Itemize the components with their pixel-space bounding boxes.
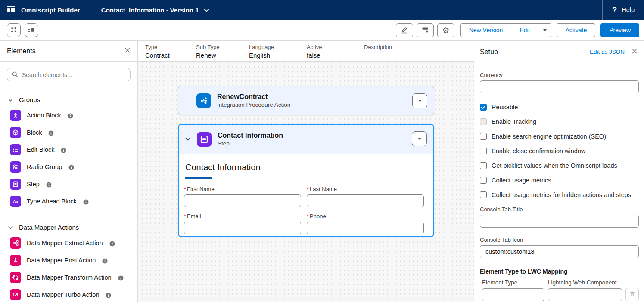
- checkbox-enable-tracking[interactable]: Enable Tracking: [480, 118, 639, 125]
- element-item-action-block[interactable]: Action Block: [7, 107, 131, 124]
- meta-label: Description: [364, 44, 474, 50]
- info-icon[interactable]: [68, 113, 73, 120]
- edit-block-icon: [10, 144, 21, 155]
- console-tab-icon-input[interactable]: [480, 245, 639, 258]
- element-item-data-mapper-post[interactable]: Data Mapper Post Action: [7, 252, 131, 269]
- checkbox-usage-metrics-hidden[interactable]: Collect usage metrics for hidden actions…: [480, 191, 639, 198]
- meta-label: Type: [145, 44, 196, 50]
- checkbox-label: Reusable: [492, 104, 518, 111]
- field-label: Phone: [307, 213, 424, 219]
- info-icon[interactable]: [106, 292, 111, 300]
- card-subtitle: Step: [218, 140, 283, 147]
- card-title: Contact Information: [218, 132, 283, 139]
- console-tab-title-input[interactable]: [480, 215, 639, 228]
- section-groups[interactable]: Groups: [8, 96, 131, 103]
- element-item-label: Data Mapper Transform Action: [27, 274, 112, 281]
- edit-as-json-link[interactable]: Edit as JSON: [590, 49, 625, 55]
- checkbox-reusable[interactable]: Reusable: [480, 104, 639, 111]
- checkbox-close-confirmation[interactable]: Enable close confirmation window: [480, 148, 639, 154]
- canvas-panel: Type Contract Sub Type Renew Language En…: [138, 41, 474, 302]
- step-card-header: Contact Information Step: [179, 125, 433, 154]
- card-title: RenewContract: [217, 93, 290, 101]
- trash-icon: [629, 291, 635, 298]
- meta-value: English: [249, 52, 307, 59]
- last-name-input[interactable]: [307, 194, 424, 207]
- step-card-contact-information[interactable]: Contact Information Step Contact Informa…: [178, 124, 434, 237]
- element-item-block[interactable]: Block: [7, 124, 131, 141]
- element-item-label: Action Block: [27, 112, 61, 119]
- element-item-data-mapper-turbo[interactable]: Data Mapper Turbo Action: [7, 286, 131, 302]
- close-icon[interactable]: [124, 47, 131, 55]
- lwc-input[interactable]: [548, 288, 622, 301]
- meta-label: Language: [249, 44, 307, 50]
- meta-label: Active: [307, 44, 364, 50]
- svg-text:Aa: Aa: [13, 199, 19, 204]
- edit-dropdown-button[interactable]: [538, 23, 551, 37]
- step-preview-body: Contact Information First Name Last Name: [179, 154, 433, 234]
- delete-mapping-button[interactable]: [625, 288, 639, 301]
- elements-sidebar: Elements Groups: [0, 41, 138, 302]
- version-title: Contact_Information - Version 1: [101, 6, 199, 14]
- info-icon[interactable]: [68, 164, 74, 172]
- chevron-down-icon: [8, 224, 13, 231]
- info-icon[interactable]: [83, 199, 89, 206]
- canvas-layout-icon: [421, 26, 429, 35]
- search-elements-input[interactable]: [7, 68, 131, 81]
- info-icon[interactable]: [102, 258, 108, 265]
- field-label: Email: [184, 213, 301, 219]
- phone-input[interactable]: [307, 222, 424, 234]
- checkbox-label: Enable search engine optimization (SEO): [492, 133, 606, 140]
- settings-button[interactable]: ⚙: [437, 23, 454, 37]
- app-logo-icon: [7, 5, 16, 15]
- element-item-label: Data Mapper Turbo Action: [27, 291, 99, 298]
- app-brand: Omniscript Builder: [0, 0, 90, 20]
- integration-procedure-icon: [196, 93, 211, 108]
- currency-field: Currency: [480, 72, 639, 93]
- email-input[interactable]: [184, 222, 301, 234]
- app-title: Omniscript Builder: [21, 6, 80, 14]
- elements-list: Groups Action Block Block: [0, 88, 137, 302]
- setup-panel-title: Setup: [480, 48, 590, 56]
- new-version-button[interactable]: New Version: [460, 23, 512, 37]
- info-icon[interactable]: [61, 147, 66, 155]
- element-type-input[interactable]: [482, 288, 544, 301]
- elements-panel-toggle-button[interactable]: [7, 23, 21, 37]
- checkbox-usage-metrics[interactable]: Collect usage metrics: [480, 177, 639, 184]
- close-icon[interactable]: [632, 48, 638, 56]
- info-icon[interactable]: [48, 130, 54, 138]
- panel-view-toggle-button[interactable]: [25, 23, 38, 37]
- info-icon[interactable]: [46, 182, 52, 189]
- element-item-data-mapper-transform[interactable]: Data Mapper Transform Action: [7, 269, 131, 286]
- dropdown-triangle-icon: [418, 100, 422, 102]
- element-item-data-mapper-extract[interactable]: Data Mapper Extract Action: [7, 234, 131, 252]
- preview-button[interactable]: Preview: [600, 23, 639, 37]
- element-item-edit-block[interactable]: Edit Block: [7, 141, 131, 158]
- collapse-chevron-icon[interactable]: [179, 137, 197, 142]
- canvas-layout-button[interactable]: [417, 23, 434, 37]
- dropdown-triangle-icon: [543, 29, 547, 31]
- section-data-mapper-actions[interactable]: Data Mapper Actions: [8, 224, 131, 231]
- meta-value: Renew: [196, 52, 249, 59]
- checkbox-icon: [480, 177, 487, 184]
- action-card-renew-contract[interactable]: RenewContract Integration Procedure Acti…: [178, 86, 434, 115]
- element-item-step[interactable]: Step: [7, 176, 131, 193]
- checkbox-icon: [480, 191, 487, 198]
- element-item-type-ahead-block[interactable]: Aa Type Ahead Block: [7, 193, 131, 210]
- info-icon[interactable]: [109, 240, 115, 248]
- setup-options: Reusable Enable Tracking Enable search e…: [480, 104, 639, 198]
- card-menu-button[interactable]: [412, 93, 427, 108]
- first-name-input[interactable]: [184, 194, 301, 207]
- edit-properties-button[interactable]: [396, 23, 413, 37]
- version-selector[interactable]: Contact_Information - Version 1: [90, 0, 221, 20]
- element-item-radio-group[interactable]: Radio Group: [7, 158, 131, 176]
- help-button[interactable]: ? Help: [602, 0, 644, 20]
- info-icon[interactable]: [118, 275, 124, 283]
- checkbox-label: Collect usage metrics for hidden actions…: [492, 191, 631, 198]
- card-menu-button[interactable]: [412, 131, 427, 146]
- checkbox-enable-seo[interactable]: Enable search engine optimization (SEO): [480, 133, 639, 140]
- type-ahead-icon: Aa: [10, 196, 21, 207]
- edit-button[interactable]: Edit: [511, 23, 538, 37]
- activate-button[interactable]: Activate: [557, 23, 595, 37]
- currency-input[interactable]: [480, 80, 639, 93]
- checkbox-picklist-values[interactable]: Get picklist values when the Omniscript …: [480, 162, 639, 169]
